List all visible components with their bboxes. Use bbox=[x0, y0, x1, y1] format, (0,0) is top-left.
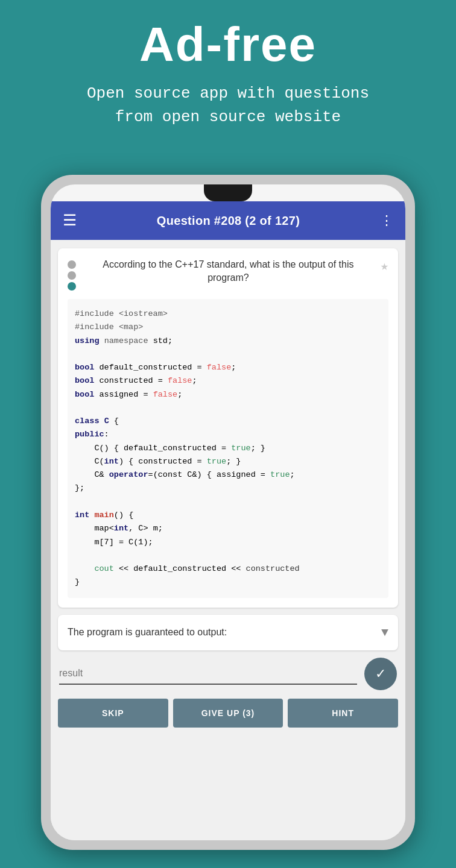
favorite-star-icon[interactable]: ★ bbox=[381, 258, 388, 274]
phone-screen: ☰ Question #208 (2 of 127) ⋮ According t… bbox=[51, 184, 405, 840]
ad-free-title: Ad-free bbox=[18, 18, 438, 71]
camera-notch bbox=[204, 184, 252, 201]
question-header: According to the C++17 standard, what is… bbox=[68, 258, 388, 291]
result-input[interactable] bbox=[59, 663, 357, 685]
check-icon: ✓ bbox=[375, 666, 386, 682]
hint-button[interactable]: HINT bbox=[288, 699, 398, 728]
question-text: According to the C++17 standard, what is… bbox=[83, 258, 373, 285]
answer-input-row: ✓ bbox=[58, 658, 398, 690]
code-block: #include <iostream> #include <map> using… bbox=[68, 299, 388, 598]
check-answer-button[interactable]: ✓ bbox=[364, 658, 397, 690]
difficulty-dot-1 bbox=[68, 260, 76, 269]
skip-button[interactable]: SKIP bbox=[58, 699, 168, 728]
subtitle-line1: Open source app with questions bbox=[87, 84, 369, 102]
content-area: According to the C++17 standard, what is… bbox=[51, 240, 405, 840]
subtitle-line2: from open source website bbox=[115, 108, 341, 126]
difficulty-dot-2 bbox=[68, 271, 76, 280]
output-dropdown[interactable]: The program is guaranteed to output: ▼ bbox=[58, 615, 398, 650]
header-section: Ad-free Open source app with questions f… bbox=[0, 18, 456, 129]
hamburger-icon[interactable]: ☰ bbox=[63, 211, 77, 230]
give-up-button[interactable]: GIVE UP (3) bbox=[173, 699, 283, 728]
difficulty-dots bbox=[68, 258, 76, 291]
app-bar: ☰ Question #208 (2 of 127) ⋮ bbox=[51, 201, 405, 240]
dropdown-label: The program is guaranteed to output: bbox=[68, 627, 227, 638]
app-bar-title: Question #208 (2 of 127) bbox=[86, 214, 370, 228]
dropdown-arrow-icon: ▼ bbox=[381, 626, 388, 640]
difficulty-dot-3 bbox=[68, 282, 76, 291]
more-options-icon[interactable]: ⋮ bbox=[380, 213, 393, 229]
subtitle: Open source app with questions from open… bbox=[18, 82, 438, 129]
phone-frame: ☰ Question #208 (2 of 127) ⋮ According t… bbox=[41, 175, 415, 850]
question-card: According to the C++17 standard, what is… bbox=[58, 248, 398, 608]
action-buttons: SKIP GIVE UP (3) HINT bbox=[58, 699, 398, 728]
